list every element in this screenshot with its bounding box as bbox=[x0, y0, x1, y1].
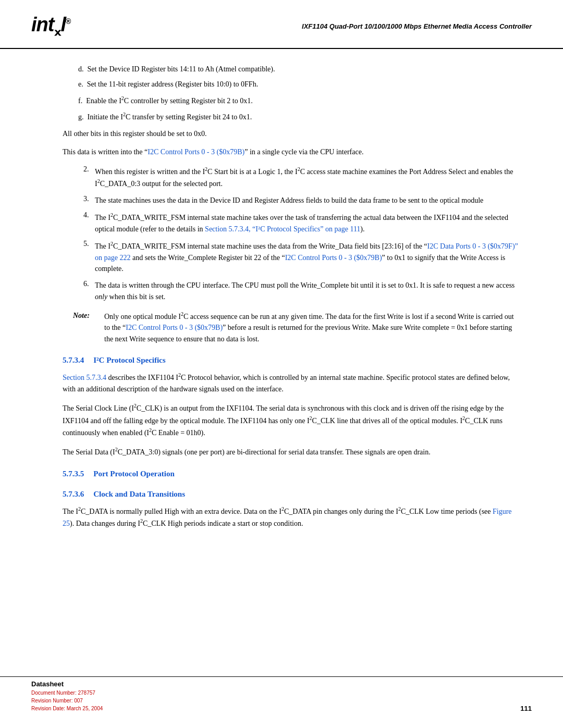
section-num-5736: 5.7.3.6 bbox=[63, 490, 84, 498]
numbered-item-5: 5. The I2C_DATA_WRITE_FSM internal state… bbox=[83, 240, 521, 275]
link-i2c-control-ports-2[interactable]: I2C Control Ports 0 - 3 ($0x79B) bbox=[285, 254, 382, 262]
list-g-text: g. Initiate the I2C transfer by setting … bbox=[78, 110, 521, 122]
link-section-5734[interactable]: Section 5.7.3.4, “I²C Protocol Specifics… bbox=[205, 225, 360, 233]
section-title-5735: Port Protocol Operation bbox=[93, 470, 175, 478]
note-text: Only one optical module I2C access seque… bbox=[104, 310, 521, 345]
list-e-text: e. Set the 11-bit register address (Regi… bbox=[78, 79, 521, 90]
list-item-d: d. Set the Device ID Register bits 14:11… bbox=[78, 64, 521, 75]
list-item-g: g. Initiate the I2C transfer by setting … bbox=[78, 110, 521, 122]
footer-page-number: 111 bbox=[520, 701, 532, 712]
doc-number: Document Number: 278757 bbox=[31, 689, 103, 697]
document-title: IXF1104 Quad-Port 10/100/1000 Mbps Ether… bbox=[302, 22, 532, 30]
page-header: intₓl® IXF1104 Quad-Port 10/100/1000 Mbp… bbox=[0, 0, 563, 49]
para-5734-2: The Serial Clock Line (I2C_CLK) is an ou… bbox=[63, 402, 521, 438]
link-i2c-control-ports[interactable]: I2C Control Ports 0 - 3 ($0x79B) bbox=[148, 148, 244, 156]
section-num-5734: 5.7.3.4 bbox=[63, 356, 84, 364]
num-text-5: The I2C_DATA_WRITE_FSM internal state ma… bbox=[95, 240, 521, 275]
list-f-text: f. Enable the I2C controller by setting … bbox=[78, 94, 521, 106]
section-heading-5734: 5.7.3.4I²C Protocol Specifics bbox=[63, 356, 521, 365]
numbered-item-4: 4. The I2C_DATA_WRITE_FSM internal state… bbox=[83, 211, 521, 235]
main-content: d. Set the Device ID Register bits 14:11… bbox=[0, 49, 563, 551]
section-title-5734: I²C Protocol Specifics bbox=[93, 356, 165, 364]
list-item-f: f. Enable the I2C controller by setting … bbox=[78, 94, 521, 106]
intel-logo: intₓl® bbox=[31, 15, 70, 39]
num-label-2: 2. bbox=[83, 165, 95, 190]
note-block: Note: Only one optical module I2C access… bbox=[73, 310, 521, 345]
num-label-6: 6. bbox=[83, 280, 95, 302]
num-text-2: When this register is written and the I2… bbox=[95, 165, 521, 190]
list-block: d. Set the Device ID Register bits 14:11… bbox=[78, 64, 521, 123]
page: intₓl® IXF1104 Quad-Port 10/100/1000 Mbp… bbox=[0, 0, 563, 728]
logo-registered: ® bbox=[66, 17, 70, 26]
section-num-5735: 5.7.3.5 bbox=[63, 470, 84, 478]
section-heading-5735: 5.7.3.5Port Protocol Operation bbox=[63, 470, 521, 478]
numbered-item-6: 6. The data is written through the CPU i… bbox=[83, 280, 521, 302]
footer-datasheet-label: Datasheet bbox=[31, 680, 103, 688]
para-all-other: All other bits in this register should b… bbox=[63, 128, 521, 140]
num-text-3: The state machines uses the data in the … bbox=[95, 195, 521, 206]
link-section-5734-ref[interactable]: Section 5.7.3.4 bbox=[63, 374, 106, 381]
footer-left: Datasheet Document Number: 278757 Revisi… bbox=[31, 677, 103, 712]
link-figure-25[interactable]: Figure 25 bbox=[63, 507, 512, 527]
numbered-item-3: 3. The state machines uses the data in t… bbox=[83, 195, 521, 206]
numbered-item-2: 2. When this register is written and the… bbox=[83, 165, 521, 190]
para-written: This data is written into the “I2C Contr… bbox=[63, 146, 521, 158]
num-text-6: The data is written through the CPU inte… bbox=[95, 280, 521, 302]
footer-meta: Document Number: 278757 Revision Number:… bbox=[31, 689, 103, 712]
num-label-4: 4. bbox=[83, 211, 95, 235]
num-label-5: 5. bbox=[83, 240, 95, 275]
rev-date: Revision Date: March 25, 2004 bbox=[31, 705, 103, 712]
note-label: Note: bbox=[73, 310, 104, 345]
num-text-4: The I2C_DATA_WRITE_FSM internal state ma… bbox=[95, 211, 521, 235]
logo-text: intₓl bbox=[31, 14, 66, 35]
num-label-3: 3. bbox=[83, 195, 95, 206]
numbered-list: 2. When this register is written and the… bbox=[83, 165, 521, 303]
para-5734-3: The Serial Data (I2C_DATA_3:0) signals (… bbox=[63, 446, 521, 458]
rev-number: Revision Number: 007 bbox=[31, 697, 103, 705]
link-note-i2c-control[interactable]: I2C Control Ports 0 - 3 ($0x79B) bbox=[126, 324, 223, 331]
list-d-text: d. Set the Device ID Register bits 14:11… bbox=[78, 64, 521, 75]
para-5736: The I2C_DATA is normally pulled High wit… bbox=[63, 505, 521, 529]
page-footer: Datasheet Document Number: 278757 Revisi… bbox=[0, 676, 563, 712]
section-title-5736: Clock and Data Transitions bbox=[93, 490, 185, 498]
list-item-e: e. Set the 11-bit register address (Regi… bbox=[78, 79, 521, 90]
section-heading-5736: 5.7.3.6Clock and Data Transitions bbox=[63, 490, 521, 499]
para-5734-1: Section 5.7.3.4 describes the IXF1104 I2… bbox=[63, 371, 521, 394]
